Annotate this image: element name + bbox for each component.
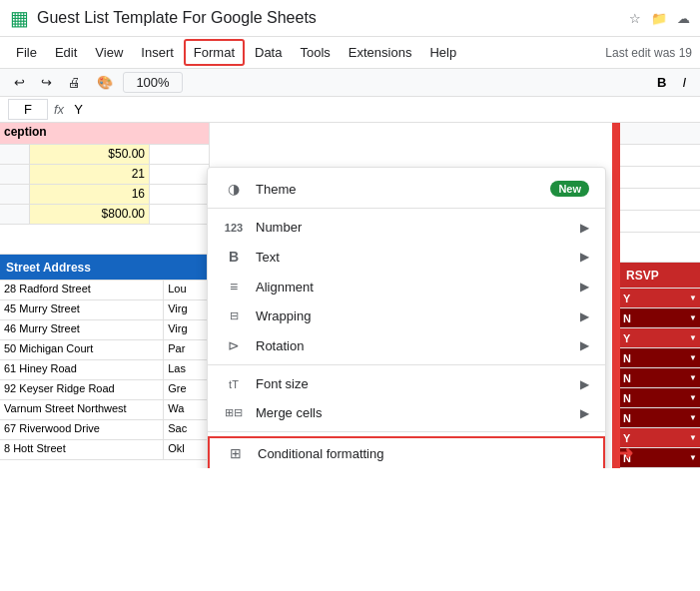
wrapping-icon: ⊟ bbox=[224, 309, 244, 322]
address-cell[interactable]: 92 Keyser Ridge Road bbox=[0, 380, 164, 399]
address-cell[interactable]: 67 Riverwood Drive bbox=[0, 420, 164, 439]
menu-extensions[interactable]: Extensions bbox=[341, 41, 420, 64]
menu-edit[interactable]: Edit bbox=[47, 41, 85, 64]
dropdown-arrow-icon[interactable]: ▼ bbox=[689, 433, 697, 442]
address-cell[interactable]: 45 Murry Street bbox=[0, 300, 164, 319]
dropdown-arrow-icon[interactable]: ▼ bbox=[689, 453, 697, 462]
rsvp-cell[interactable]: N ▼ bbox=[620, 368, 700, 387]
italic-button[interactable]: I bbox=[676, 73, 692, 92]
theme-icon: ◑ bbox=[224, 181, 244, 197]
accent-bar bbox=[612, 123, 620, 468]
address-cell[interactable]: 61 Hiney Road bbox=[0, 360, 164, 379]
address-cell[interactable]: 8 Hott Street bbox=[0, 440, 164, 459]
rsvp-value: N bbox=[623, 372, 631, 384]
city-cell[interactable]: Gre bbox=[164, 380, 209, 399]
rsvp-cell[interactable]: N ▼ bbox=[620, 348, 700, 367]
rsvp-row: N ▼ bbox=[620, 308, 700, 328]
address-row: 92 Keyser Ridge Road Gre bbox=[0, 380, 209, 400]
alignment-arrow-icon: ▶ bbox=[580, 280, 589, 294]
menu-insert[interactable]: Insert bbox=[133, 41, 182, 64]
dropdown-arrow-icon[interactable]: ▼ bbox=[689, 313, 697, 322]
number-icon: 123 bbox=[224, 222, 244, 234]
dropdown-arrow-icon[interactable]: ▼ bbox=[689, 294, 697, 302]
top-spacer bbox=[620, 123, 700, 145]
address-cell[interactable]: 50 Michigan Court bbox=[0, 340, 164, 359]
title-bar: ▦ Guest List Template For Google Sheets … bbox=[0, 0, 700, 37]
rsvp-value: N bbox=[623, 352, 631, 364]
dropdown-item-conditional-formatting[interactable]: ⊞ Conditional formatting ➜ bbox=[208, 436, 605, 468]
city-cell[interactable]: Virg bbox=[164, 300, 209, 319]
address-cell[interactable]: Varnum Street Northwest bbox=[0, 400, 164, 419]
row-number bbox=[0, 185, 30, 204]
dropdown-item-alignment[interactable]: ≡ Alignment ▶ bbox=[208, 272, 605, 301]
paint-format-button[interactable]: 🎨 bbox=[91, 72, 119, 93]
menu-view[interactable]: View bbox=[87, 41, 131, 64]
menu-help[interactable]: Help bbox=[421, 41, 464, 64]
address-row: 8 Hott Street Okl bbox=[0, 440, 209, 460]
dropdown-arrow-icon[interactable]: ▼ bbox=[689, 333, 697, 342]
dropdown-item-merge-cells[interactable]: ⊞⊟ Merge cells ▶ bbox=[208, 398, 605, 427]
spacer-row bbox=[0, 225, 209, 255]
dropdown-item-text[interactable]: B Text ▶ bbox=[208, 242, 605, 272]
formula-input[interactable]: Y bbox=[70, 100, 692, 119]
cell-reference[interactable]: F bbox=[8, 99, 48, 120]
city-cell[interactable]: Sac bbox=[164, 420, 209, 439]
text-bold-icon: B bbox=[224, 249, 244, 265]
dropdown-item-theme[interactable]: ◑ Theme New bbox=[208, 174, 605, 204]
rsvp-cell[interactable]: Y ▼ bbox=[620, 289, 700, 307]
rsvp-cell[interactable]: N ▼ bbox=[620, 408, 700, 427]
dropdown-item-wrapping[interactable]: ⊟ Wrapping ▶ bbox=[208, 301, 605, 330]
menu-divider bbox=[208, 364, 605, 365]
text-label: Text bbox=[256, 250, 580, 265]
cell-count2[interactable]: 16 bbox=[30, 185, 150, 204]
city-cell[interactable]: Lou bbox=[164, 281, 209, 299]
dropdown-arrow-icon[interactable]: ▼ bbox=[689, 413, 697, 422]
address-cell[interactable]: 46 Murry Street bbox=[0, 320, 164, 339]
dropdown-item-rotation[interactable]: ⊳ Rotation ▶ bbox=[208, 330, 605, 360]
wrapping-arrow-icon: ▶ bbox=[580, 309, 589, 323]
dropdown-arrow-icon[interactable]: ▼ bbox=[689, 373, 697, 382]
address-cell[interactable]: 28 Radford Street bbox=[0, 281, 164, 299]
dropdown-item-number[interactable]: 123 Number ▶ bbox=[208, 213, 605, 242]
city-cell[interactable]: Wa bbox=[164, 400, 209, 419]
cell-amount[interactable]: $50.00 bbox=[30, 145, 150, 164]
bold-button[interactable]: B bbox=[651, 73, 672, 92]
cell-count1[interactable]: 21 bbox=[30, 165, 150, 184]
city-cell[interactable]: Virg bbox=[164, 320, 209, 339]
dropdown-item-font-size[interactable]: tT Font size ▶ bbox=[208, 369, 605, 398]
row-spacer bbox=[620, 145, 700, 167]
menu-file[interactable]: File bbox=[8, 41, 45, 64]
city-cell[interactable]: Okl bbox=[164, 440, 209, 459]
menu-tools[interactable]: Tools bbox=[292, 41, 338, 64]
city-cell[interactable]: Las bbox=[164, 360, 209, 379]
sheets-icon: ▦ bbox=[10, 6, 29, 30]
rotation-icon: ⊳ bbox=[224, 337, 244, 353]
menu-data[interactable]: Data bbox=[247, 41, 290, 64]
grid-row: $800.00 bbox=[0, 205, 209, 225]
text-arrow-icon: ▶ bbox=[580, 250, 589, 264]
address-row: 67 Riverwood Drive Sac bbox=[0, 420, 209, 440]
grid-row: 21 bbox=[0, 165, 209, 185]
alignment-label: Alignment bbox=[256, 280, 580, 295]
dropdown-arrow-icon[interactable]: ▼ bbox=[689, 393, 697, 402]
font-size-icon: tT bbox=[224, 378, 244, 390]
rsvp-cell[interactable]: Y ▼ bbox=[620, 328, 700, 347]
undo-button[interactable]: ↩ bbox=[8, 72, 31, 93]
address-row: 50 Michigan Court Par bbox=[0, 340, 209, 360]
cell-total[interactable]: $800.00 bbox=[30, 205, 150, 224]
zoom-display[interactable]: 100% bbox=[123, 72, 183, 93]
menu-bar: File Edit View Insert Format Data Tools … bbox=[0, 37, 700, 68]
rsvp-cell[interactable]: N ▼ bbox=[620, 388, 700, 407]
menu-format[interactable]: Format bbox=[184, 39, 245, 66]
font-size-arrow-icon: ▶ bbox=[580, 377, 589, 391]
rsvp-cell[interactable]: N ▼ bbox=[620, 308, 700, 327]
cloud-icon[interactable]: ☁ bbox=[677, 11, 690, 26]
rotation-label: Rotation bbox=[256, 338, 580, 353]
document-title[interactable]: Guest List Template For Google Sheets bbox=[37, 9, 621, 27]
city-cell[interactable]: Par bbox=[164, 340, 209, 359]
redo-button[interactable]: ↪ bbox=[35, 72, 58, 93]
folder-icon[interactable]: 📁 bbox=[651, 11, 667, 26]
dropdown-arrow-icon[interactable]: ▼ bbox=[689, 353, 697, 362]
print-button[interactable]: 🖨 bbox=[62, 72, 87, 93]
star-icon[interactable]: ☆ bbox=[629, 11, 641, 26]
